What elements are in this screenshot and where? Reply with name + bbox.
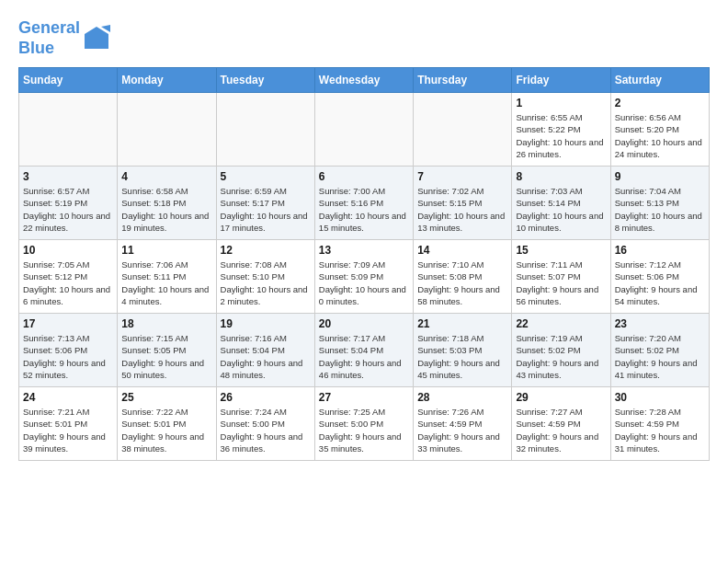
day-number: 28 <box>417 391 507 404</box>
calendar-cell: 23Sunrise: 7:20 AMSunset: 5:02 PMDayligh… <box>610 314 709 387</box>
day-info: Sunrise: 7:12 AMSunset: 5:06 PMDaylight:… <box>615 259 705 307</box>
day-number: 14 <box>417 244 507 257</box>
day-info: Sunrise: 7:19 AMSunset: 5:02 PMDaylight:… <box>516 332 606 381</box>
calendar-cell <box>216 93 314 167</box>
day-info: Sunrise: 7:27 AMSunset: 4:59 PMDaylight:… <box>516 406 606 454</box>
day-info: Sunrise: 6:56 AMSunset: 5:20 PMDaylight:… <box>615 111 705 160</box>
calendar-cell: 13Sunrise: 7:09 AMSunset: 5:09 PMDayligh… <box>314 240 413 314</box>
day-info: Sunrise: 7:28 AMSunset: 4:59 PMDaylight:… <box>615 406 705 454</box>
day-info: Sunrise: 7:15 AMSunset: 5:05 PMDaylight:… <box>121 332 211 381</box>
day-number: 16 <box>615 244 705 257</box>
day-number: 17 <box>23 317 113 330</box>
day-info: Sunrise: 7:06 AMSunset: 5:11 PMDaylight:… <box>121 259 211 307</box>
day-number: 3 <box>23 170 113 183</box>
calendar-cell: 9Sunrise: 7:04 AMSunset: 5:13 PMDaylight… <box>610 167 709 240</box>
weekday-header-sunday: Sunday <box>19 68 118 93</box>
calendar-cell: 28Sunrise: 7:26 AMSunset: 4:59 PMDayligh… <box>414 387 512 461</box>
day-info: Sunrise: 7:08 AMSunset: 5:10 PMDaylight:… <box>221 259 311 307</box>
day-number: 30 <box>615 391 705 404</box>
calendar-cell: 2Sunrise: 6:56 AMSunset: 5:20 PMDaylight… <box>610 93 709 167</box>
day-number: 19 <box>221 317 311 330</box>
day-number: 8 <box>516 170 606 183</box>
day-number: 6 <box>319 170 409 183</box>
day-number: 25 <box>121 391 211 404</box>
day-info: Sunrise: 7:22 AMSunset: 5:01 PMDaylight:… <box>121 406 211 454</box>
weekday-header-wednesday: Wednesday <box>314 68 413 93</box>
calendar-cell: 16Sunrise: 7:12 AMSunset: 5:06 PMDayligh… <box>610 240 709 314</box>
calendar-cell: 24Sunrise: 7:21 AMSunset: 5:01 PMDayligh… <box>19 387 118 461</box>
calendar-week-2: 3Sunrise: 6:57 AMSunset: 5:19 PMDaylight… <box>19 167 710 240</box>
calendar-week-5: 24Sunrise: 7:21 AMSunset: 5:01 PMDayligh… <box>19 387 710 461</box>
day-info: Sunrise: 7:25 AMSunset: 5:00 PMDaylight:… <box>319 406 409 454</box>
calendar-cell: 26Sunrise: 7:24 AMSunset: 5:00 PMDayligh… <box>216 387 314 461</box>
day-number: 26 <box>221 391 311 404</box>
calendar-cell: 11Sunrise: 7:06 AMSunset: 5:11 PMDayligh… <box>118 240 216 314</box>
calendar-cell <box>19 93 118 167</box>
weekday-header-friday: Friday <box>512 68 610 93</box>
day-number: 23 <box>615 317 705 330</box>
day-number: 27 <box>319 391 409 404</box>
calendar-cell <box>118 93 216 167</box>
calendar-cell: 30Sunrise: 7:28 AMSunset: 4:59 PMDayligh… <box>610 387 709 461</box>
day-number: 4 <box>121 170 211 183</box>
calendar-cell: 18Sunrise: 7:15 AMSunset: 5:05 PMDayligh… <box>118 314 216 387</box>
day-info: Sunrise: 7:03 AMSunset: 5:14 PMDaylight:… <box>516 185 606 234</box>
weekday-header-thursday: Thursday <box>414 68 512 93</box>
calendar-cell: 6Sunrise: 7:00 AMSunset: 5:16 PMDaylight… <box>314 167 413 240</box>
calendar-cell: 14Sunrise: 7:10 AMSunset: 5:08 PMDayligh… <box>414 240 512 314</box>
day-number: 9 <box>615 170 705 183</box>
calendar-cell: 8Sunrise: 7:03 AMSunset: 5:14 PMDaylight… <box>512 167 610 240</box>
day-number: 24 <box>23 391 113 404</box>
logo-icon <box>83 25 110 52</box>
svg-marker-0 <box>85 27 108 49</box>
calendar-week-3: 10Sunrise: 7:05 AMSunset: 5:12 PMDayligh… <box>19 240 710 314</box>
day-number: 22 <box>516 317 606 330</box>
weekday-header-monday: Monday <box>118 68 216 93</box>
day-info: Sunrise: 7:24 AMSunset: 5:00 PMDaylight:… <box>221 406 311 454</box>
calendar-table: SundayMondayTuesdayWednesdayThursdayFrid… <box>18 67 710 461</box>
calendar-cell: 27Sunrise: 7:25 AMSunset: 5:00 PMDayligh… <box>314 387 413 461</box>
day-number: 21 <box>417 317 507 330</box>
day-number: 11 <box>121 244 211 257</box>
weekday-header-tuesday: Tuesday <box>216 68 314 93</box>
page-header: GeneralBlue <box>18 18 710 58</box>
day-info: Sunrise: 7:09 AMSunset: 5:09 PMDaylight:… <box>319 259 409 307</box>
day-info: Sunrise: 6:58 AMSunset: 5:18 PMDaylight:… <box>121 185 211 234</box>
calendar-cell: 29Sunrise: 7:27 AMSunset: 4:59 PMDayligh… <box>512 387 610 461</box>
day-number: 13 <box>319 244 409 257</box>
calendar-cell <box>314 93 413 167</box>
day-info: Sunrise: 6:55 AMSunset: 5:22 PMDaylight:… <box>516 111 606 160</box>
day-number: 18 <box>121 317 211 330</box>
calendar-cell: 22Sunrise: 7:19 AMSunset: 5:02 PMDayligh… <box>512 314 610 387</box>
day-number: 20 <box>319 317 409 330</box>
day-info: Sunrise: 7:26 AMSunset: 4:59 PMDaylight:… <box>417 406 507 454</box>
calendar-cell: 20Sunrise: 7:17 AMSunset: 5:04 PMDayligh… <box>314 314 413 387</box>
day-info: Sunrise: 7:18 AMSunset: 5:03 PMDaylight:… <box>417 332 507 381</box>
day-info: Sunrise: 6:59 AMSunset: 5:17 PMDaylight:… <box>221 185 311 234</box>
day-info: Sunrise: 7:13 AMSunset: 5:06 PMDaylight:… <box>23 332 113 381</box>
day-info: Sunrise: 7:04 AMSunset: 5:13 PMDaylight:… <box>615 185 705 234</box>
calendar-cell: 12Sunrise: 7:08 AMSunset: 5:10 PMDayligh… <box>216 240 314 314</box>
day-info: Sunrise: 7:02 AMSunset: 5:15 PMDaylight:… <box>417 185 507 234</box>
day-info: Sunrise: 7:21 AMSunset: 5:01 PMDaylight:… <box>23 406 113 454</box>
day-number: 1 <box>516 97 606 109</box>
day-info: Sunrise: 7:10 AMSunset: 5:08 PMDaylight:… <box>417 259 507 307</box>
day-info: Sunrise: 7:20 AMSunset: 5:02 PMDaylight:… <box>615 332 705 381</box>
calendar-cell: 15Sunrise: 7:11 AMSunset: 5:07 PMDayligh… <box>512 240 610 314</box>
calendar-cell: 21Sunrise: 7:18 AMSunset: 5:03 PMDayligh… <box>414 314 512 387</box>
day-info: Sunrise: 6:57 AMSunset: 5:19 PMDaylight:… <box>23 185 113 234</box>
logo-text: GeneralBlue <box>18 18 80 58</box>
day-number: 2 <box>615 97 705 109</box>
weekday-header-saturday: Saturday <box>610 68 709 93</box>
day-info: Sunrise: 7:17 AMSunset: 5:04 PMDaylight:… <box>319 332 409 381</box>
weekday-header-row: SundayMondayTuesdayWednesdayThursdayFrid… <box>19 68 710 93</box>
calendar-cell: 4Sunrise: 6:58 AMSunset: 5:18 PMDaylight… <box>118 167 216 240</box>
calendar-cell: 5Sunrise: 6:59 AMSunset: 5:17 PMDaylight… <box>216 167 314 240</box>
calendar-cell <box>414 93 512 167</box>
calendar-cell: 1Sunrise: 6:55 AMSunset: 5:22 PMDaylight… <box>512 93 610 167</box>
day-info: Sunrise: 7:16 AMSunset: 5:04 PMDaylight:… <box>221 332 311 381</box>
calendar-cell: 25Sunrise: 7:22 AMSunset: 5:01 PMDayligh… <box>118 387 216 461</box>
calendar-cell: 7Sunrise: 7:02 AMSunset: 5:15 PMDaylight… <box>414 167 512 240</box>
day-info: Sunrise: 7:00 AMSunset: 5:16 PMDaylight:… <box>319 185 409 234</box>
day-number: 12 <box>221 244 311 257</box>
